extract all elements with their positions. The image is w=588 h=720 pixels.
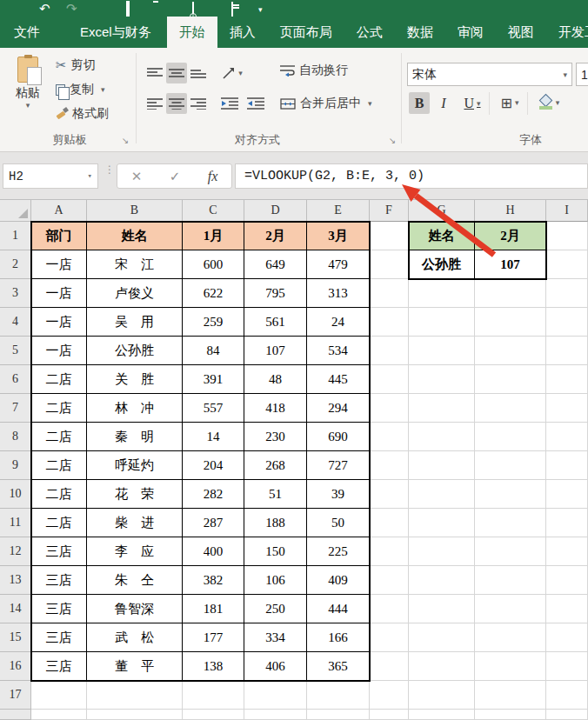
cell-B5[interactable]: 公孙胜 [87,337,183,365]
cut-button[interactable]: ✂ 剪切 [56,56,96,75]
select-all-corner[interactable] [0,200,31,222]
cell-I2[interactable] [546,250,588,279]
cell-G5[interactable] [409,337,475,365]
cell-A3[interactable]: 一店 [31,279,87,308]
row-header-1[interactable]: 1 [0,222,31,250]
cell-F14[interactable] [370,595,409,623]
cell-G10[interactable] [409,480,475,509]
align-top-button[interactable] [144,63,165,83]
cell-A12[interactable]: 三店 [31,537,87,566]
cell-H11[interactable] [475,509,546,537]
cell-D6[interactable]: 48 [244,365,307,394]
cell-C4[interactable]: 259 [183,308,244,337]
cell-A18[interactable] [31,710,87,720]
cell-F16[interactable] [370,652,409,681]
cell-E5[interactable]: 534 [307,337,370,365]
cell-B14[interactable]: 鲁智深 [87,595,183,623]
cell-G6[interactable] [409,365,475,394]
tab-view[interactable]: 视图 [496,17,546,48]
tab-home[interactable]: 开始 [167,17,217,48]
cell-H15[interactable] [475,623,546,652]
cell-A13[interactable]: 三店 [31,566,87,595]
cell-G11[interactable] [409,509,475,537]
cell-F15[interactable] [370,623,409,652]
cell-C13[interactable]: 382 [183,566,244,595]
cell-F7[interactable] [370,394,409,423]
wrap-text-button[interactable]: 自动换行 [280,61,348,80]
col-header-F[interactable]: F [370,200,409,222]
cell-G13[interactable] [409,566,475,595]
cell-B4[interactable]: 吴 用 [87,308,183,337]
cell-B9[interactable]: 呼延灼 [87,451,183,480]
cell-B6[interactable]: 关 胜 [87,365,183,394]
row-header-partial[interactable] [0,710,31,720]
cell-G18[interactable] [409,710,475,720]
row-header-9[interactable]: 9 [0,451,31,480]
cell-I15[interactable] [546,623,588,652]
cell-H1[interactable]: 2月 [475,222,546,250]
col-header-H[interactable]: H [475,200,546,222]
quick-print-icon[interactable] [231,3,245,16]
cell-H3[interactable] [475,279,546,308]
cell-H12[interactable] [475,537,546,566]
cell-F4[interactable] [370,308,409,337]
cell-A9[interactable]: 二店 [31,451,87,480]
cell-F12[interactable] [370,537,409,566]
cell-H4[interactable] [475,308,546,337]
font-name-combo[interactable]: 宋体 ▾ [407,63,572,86]
cell-I8[interactable] [546,423,588,451]
cell-H6[interactable] [475,365,546,394]
cell-C1[interactable]: 1月 [183,222,244,250]
row-header-8[interactable]: 8 [0,423,31,451]
cell-C16[interactable]: 138 [183,652,244,681]
row-header-15[interactable]: 15 [0,623,31,652]
cell-F3[interactable] [370,279,409,308]
cell-B8[interactable]: 秦 明 [87,423,183,451]
cell-D1[interactable]: 2月 [244,222,307,250]
cell-C17[interactable] [183,681,244,710]
cell-I14[interactable] [546,595,588,623]
cell-D15[interactable]: 334 [244,623,307,652]
cell-D14[interactable]: 250 [244,595,307,623]
insert-function-icon[interactable]: fx [208,169,218,184]
cell-E1[interactable]: 3月 [307,222,370,250]
align-center-button[interactable] [166,93,187,114]
formula-input[interactable]: =VLOOKUP(G2, B:E, 3, 0) [235,163,588,189]
italic-button[interactable]: I [433,92,454,114]
cell-I9[interactable] [546,451,588,480]
copy-button[interactable]: 复制 [56,80,105,99]
cell-C14[interactable]: 181 [183,595,244,623]
cell-D11[interactable]: 188 [244,509,307,537]
cell-B7[interactable]: 林 冲 [87,394,183,423]
row-header-4[interactable]: 4 [0,308,31,337]
cell-D8[interactable]: 230 [244,423,307,451]
fill-color-button[interactable] [532,92,565,113]
cell-E14[interactable]: 444 [307,595,370,623]
clipboard-dialog-launcher-icon[interactable]: ↘ [120,136,130,146]
align-right-button[interactable] [188,93,209,114]
tab-data[interactable]: 数据 [395,17,445,48]
col-header-B[interactable]: B [87,200,183,222]
cell-A14[interactable]: 三店 [31,595,87,623]
cell-D3[interactable]: 795 [244,279,307,308]
cell-H2[interactable]: 107 [475,250,546,279]
col-header-C[interactable]: C [183,200,244,222]
cell-H5[interactable] [475,337,546,365]
merge-center-button[interactable]: 合并后居中 [280,94,372,113]
cell-C8[interactable]: 14 [183,423,244,451]
cell-E11[interactable]: 50 [307,509,370,537]
font-name-dropdown-icon[interactable]: ▾ [563,70,567,79]
cell-I18[interactable] [546,710,588,720]
cancel-icon[interactable]: ✕ [131,169,143,184]
cell-B2[interactable]: 宋 江 [87,250,183,279]
cell-E13[interactable]: 409 [307,566,370,595]
cell-B12[interactable]: 李 应 [87,537,183,566]
cell-H9[interactable] [475,451,546,480]
row-header-17[interactable]: 17 [0,681,31,710]
cell-C11[interactable]: 287 [183,509,244,537]
row-header-6[interactable]: 6 [0,365,31,394]
format-painter-button[interactable]: 格式刷 [56,104,109,123]
cell-F13[interactable] [370,566,409,595]
cell-E6[interactable]: 445 [307,365,370,394]
cell-G9[interactable] [409,451,475,480]
